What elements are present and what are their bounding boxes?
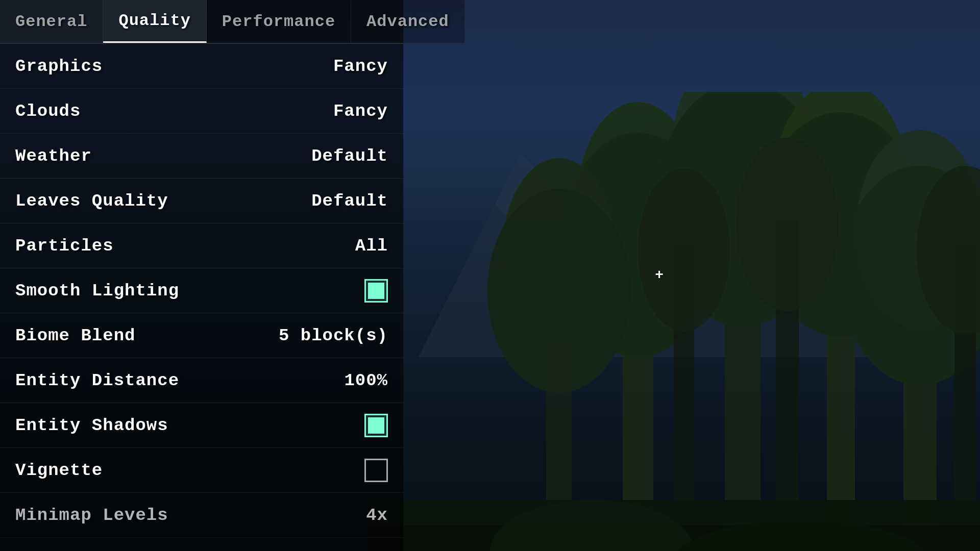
biome-blend-label: Biome Blend [15,326,135,345]
svg-point-20 [736,138,838,311]
minimap-levels-value: 4x [366,506,388,525]
tab-general[interactable]: General [0,0,103,43]
entity-distance-value: 100% [344,371,388,390]
setting-weather[interactable]: Weather Default [0,134,403,179]
setting-biome-blend[interactable]: Biome Blend 5 block(s) [0,313,403,358]
svg-point-13 [487,189,630,393]
entity-shadows-label: Entity Shadows [15,416,168,435]
leaves-quality-value: Default [311,191,388,211]
graphics-value: Fancy [333,57,388,76]
setting-entity-shadows[interactable]: Entity Shadows [0,403,403,448]
weather-value: Default [311,146,388,166]
weather-label: Weather [15,146,92,166]
setting-particles[interactable]: Particles All [0,223,403,268]
settings-list: Graphics Fancy Clouds Fancy Weather Defa… [0,44,403,538]
graphics-label: Graphics [15,57,103,76]
setting-vignette[interactable]: Vignette [0,448,403,493]
svg-point-18 [638,168,730,332]
tab-quality[interactable]: Quality [103,0,206,43]
biome-blend-value: 5 block(s) [279,326,388,345]
setting-leaves-quality[interactable]: Leaves Quality Default [0,179,403,223]
vignette-checkbox[interactable] [364,459,388,482]
entity-shadows-checkbox[interactable] [364,414,388,437]
entity-distance-label: Entity Distance [15,371,179,390]
setting-smooth-lighting[interactable]: Smooth Lighting [0,268,403,313]
tab-advanced[interactable]: Advanced [351,0,465,43]
tab-performance[interactable]: Performance [207,0,351,43]
tree-background [368,0,980,551]
leaves-quality-label: Leaves Quality [15,191,168,211]
setting-minimap-levels[interactable]: Minimap Levels 4x [0,493,403,538]
particles-label: Particles [15,236,114,256]
crosshair: + [655,268,664,283]
clouds-label: Clouds [15,102,81,121]
smooth-lighting-checkbox[interactable] [364,279,388,303]
setting-graphics[interactable]: Graphics Fancy [0,44,403,89]
smooth-lighting-label: Smooth Lighting [15,281,179,300]
settings-panel: General Quality Performance Advanced Gra… [0,0,403,551]
smooth-lighting-checkbox-fill [368,283,384,299]
clouds-value: Fancy [333,102,388,121]
vignette-label: Vignette [15,461,103,480]
particles-value: All [355,236,388,256]
tabs-container: General Quality Performance Advanced [0,0,403,44]
setting-entity-distance[interactable]: Entity Distance 100% [0,358,403,403]
entity-shadows-checkbox-fill [368,417,384,434]
setting-clouds[interactable]: Clouds Fancy [0,89,403,134]
minimap-levels-label: Minimap Levels [15,506,168,525]
